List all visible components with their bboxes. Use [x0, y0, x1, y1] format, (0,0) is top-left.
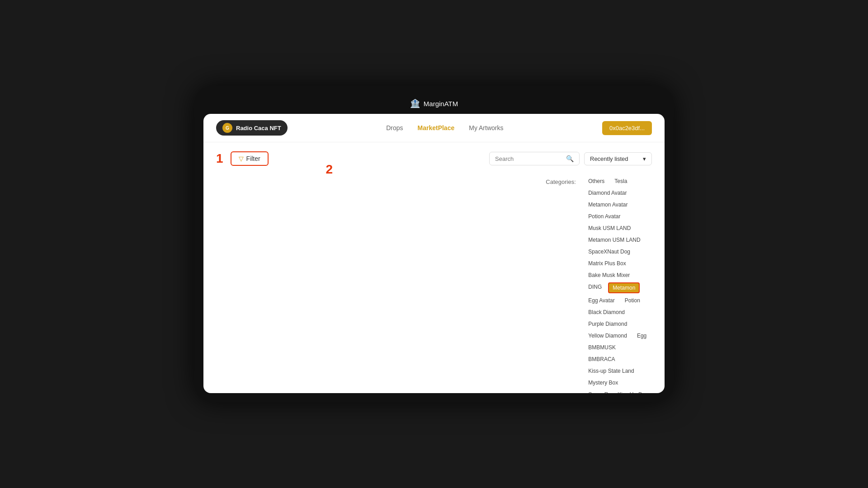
category-tag-matrix-plus-box[interactable]: Matrix Plus Box — [585, 259, 629, 268]
category-tag-purple-diamond[interactable]: Purple Diamond — [585, 319, 631, 328]
category-tag-metamon-avatar[interactable]: Metamon Avatar — [585, 200, 631, 209]
main-content: 1 ▽ Filter 🔍 Recently listed ▾ — [203, 142, 665, 393]
search-sort-row: 🔍 Recently listed ▾ — [489, 152, 652, 165]
category-tag-tesla[interactable]: Tesla — [611, 177, 631, 186]
navigation: Drops MarketPlace My Artworks — [386, 124, 503, 131]
categories-label: Categories: — [546, 177, 577, 185]
title-bar: 🏦 MarginATM — [203, 95, 665, 114]
category-tag-mystery-box[interactable]: Mystery Box — [585, 378, 622, 387]
logo-text: Radio Caca NFT — [236, 125, 281, 131]
category-tag-yellow-diamond[interactable]: Yellow Diamond — [585, 331, 631, 340]
filter-label: Filter — [246, 155, 260, 162]
categories-section: 2 Categories: OthersTeslaDiamond AvatarM… — [216, 177, 652, 393]
category-tag-potion-avatar[interactable]: Potion Avatar — [585, 212, 624, 221]
search-button[interactable]: 🔍 — [566, 155, 574, 162]
categories-tags: OthersTeslaDiamond AvatarMetamon AvatarP… — [585, 177, 652, 393]
app-icon: 🏦 — [410, 99, 420, 108]
category-tag-bmbmusk[interactable]: BMBMUSK — [585, 343, 619, 352]
step2-number: 2 — [326, 162, 333, 177]
controls-row: 1 ▽ Filter 🔍 Recently listed ▾ — [216, 151, 652, 166]
step1-number: 1 — [216, 151, 223, 166]
logo-badge[interactable]: G Radio Caca NFT — [216, 120, 288, 136]
wallet-button[interactable]: 0x0ac2e3df... — [602, 121, 652, 135]
sort-label: Recently listed — [590, 155, 628, 162]
category-tag-super-rare-kiss-up-dog[interactable]: Super Rare Kiss-Up-Dog — [585, 390, 652, 393]
category-tag-others[interactable]: Others — [585, 177, 608, 186]
nav-my-artworks[interactable]: My Artworks — [469, 124, 503, 131]
category-tag-musk-usm-land[interactable]: Musk USM LAND — [585, 224, 634, 233]
category-tag-bmbraca[interactable]: BMBRACA — [585, 355, 618, 364]
app-window: G Radio Caca NFT Drops MarketPlace My Ar… — [203, 114, 665, 393]
filter-icon: ▽ — [239, 155, 244, 162]
category-tag-ding[interactable]: DING — [585, 282, 605, 293]
category-tag-black-diamond[interactable]: Black Diamond — [585, 308, 628, 317]
category-tag-bake-musk-mixer[interactable]: Bake Musk Mixer — [585, 271, 633, 280]
search-box: 🔍 — [489, 152, 580, 165]
category-tag-kiss-up-state-land[interactable]: Kiss-up State Land — [585, 366, 637, 375]
filter-button[interactable]: ▽ Filter — [231, 151, 269, 166]
category-tag-egg[interactable]: Egg — [633, 331, 650, 340]
nav-marketplace[interactable]: MarketPlace — [418, 124, 455, 131]
category-tag-spacexnaut-dog[interactable]: SpaceXNaut Dog — [585, 247, 634, 256]
category-tag-egg-avatar[interactable]: Egg Avatar — [585, 296, 618, 305]
header: G Radio Caca NFT Drops MarketPlace My Ar… — [203, 114, 665, 142]
nav-drops[interactable]: Drops — [386, 124, 403, 131]
app-title: MarginATM — [424, 100, 458, 108]
sort-select[interactable]: Recently listed ▾ — [584, 152, 652, 165]
category-tag-metamon-usm-land[interactable]: Metamon USM LAND — [585, 235, 644, 244]
search-input[interactable] — [495, 155, 562, 162]
category-tag-diamond-avatar[interactable]: Diamond Avatar — [585, 188, 630, 197]
logo-icon: G — [222, 123, 232, 133]
category-tag-metamon[interactable]: Metamon — [608, 282, 640, 293]
chevron-down-icon: ▾ — [643, 155, 646, 162]
category-tag-potion[interactable]: Potion — [621, 296, 644, 305]
